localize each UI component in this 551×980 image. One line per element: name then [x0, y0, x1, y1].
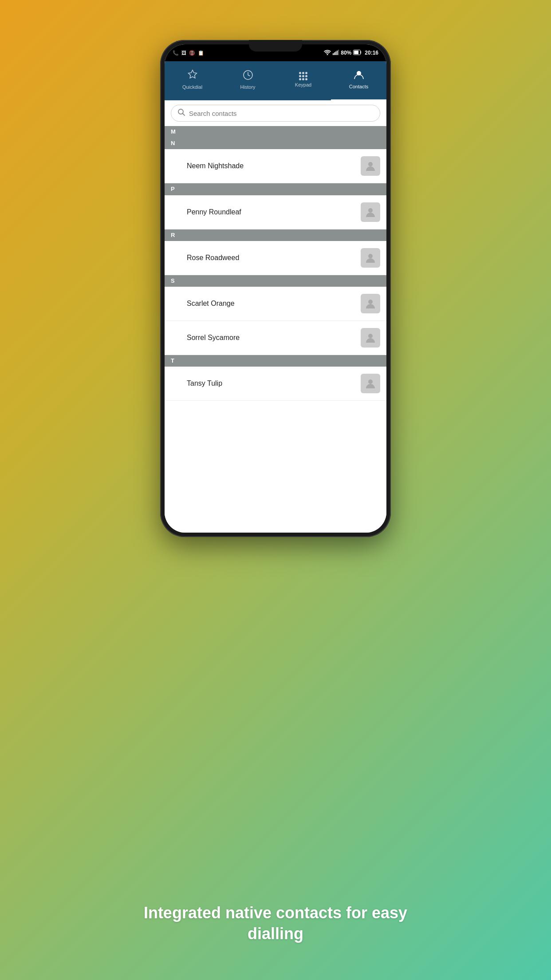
- svg-rect-3: [337, 51, 338, 55]
- svg-point-16: [368, 379, 373, 384]
- search-icon: [177, 108, 185, 118]
- avatar: [361, 248, 380, 268]
- contact-name: Penny Roundleaf: [187, 208, 241, 216]
- contact-name: Scarlet Orange: [187, 300, 235, 308]
- list-item[interactable]: Neem Nightshade: [165, 149, 386, 183]
- tab-keypad[interactable]: Keypad: [276, 61, 331, 100]
- clipboard-status-icon: 📋: [198, 50, 204, 56]
- phone-screen: 📞 🖼 📵 📋: [165, 44, 386, 533]
- svg-rect-1: [334, 52, 335, 55]
- section-header-r: R: [165, 229, 386, 241]
- svg-point-13: [368, 254, 373, 258]
- svg-point-15: [368, 334, 373, 338]
- svg-rect-6: [354, 51, 358, 54]
- clock-icon: [242, 69, 254, 83]
- search-bar: [165, 100, 386, 126]
- status-bar-right: 80% 20:16: [324, 50, 378, 56]
- list-item[interactable]: Scarlet Orange: [165, 287, 386, 321]
- svg-rect-4: [338, 50, 339, 55]
- keypad-icon: [299, 72, 307, 80]
- list-item[interactable]: Penny Roundleaf: [165, 195, 386, 229]
- tagline: Integrated native contacts for easy dial…: [0, 903, 551, 944]
- contact-name: Sorrel Sycamore: [187, 334, 240, 342]
- tab-quickdial[interactable]: Quickdial: [165, 61, 220, 100]
- list-item[interactable]: Rose Roadweed: [165, 241, 386, 275]
- section-header-t: T: [165, 355, 386, 367]
- tagline-text: Integrated native contacts for easy dial…: [144, 904, 407, 943]
- phone-frame: 📞 🖼 📵 📋: [160, 40, 391, 537]
- status-bar-left: 📞 🖼 📵 📋: [173, 50, 204, 56]
- avatar: [361, 156, 380, 176]
- tab-keypad-label: Keypad: [295, 82, 311, 87]
- tab-history-label: History: [240, 84, 255, 90]
- battery-icon: [353, 50, 362, 56]
- tab-contacts[interactable]: Contacts: [331, 61, 386, 100]
- svg-rect-2: [335, 51, 336, 55]
- notch: [249, 40, 302, 51]
- avatar: [361, 202, 380, 222]
- search-input-wrapper[interactable]: [171, 105, 380, 122]
- contact-name: Tansy Tulip: [187, 379, 222, 387]
- section-header-m: M: [165, 126, 386, 138]
- wifi-icon: [324, 50, 331, 56]
- contact-list: M N Neem Nightshade P Penny Roundleaf: [165, 126, 386, 533]
- svg-rect-0: [333, 53, 334, 55]
- avatar: [361, 294, 380, 313]
- section-header-p: P: [165, 183, 386, 195]
- tab-quickdial-label: Quickdial: [182, 84, 202, 90]
- search-input[interactable]: [189, 110, 374, 117]
- contact-name: Neem Nightshade: [187, 162, 244, 170]
- image-status-icon: 🖼: [181, 50, 186, 55]
- section-header-s: S: [165, 275, 386, 287]
- contacts-person-icon: [353, 69, 365, 82]
- call-status-icon: 📵: [189, 50, 195, 56]
- time-display: 20:16: [365, 50, 378, 56]
- avatar: [361, 374, 380, 393]
- signal-icon: [333, 50, 339, 56]
- contact-name: Rose Roadweed: [187, 254, 239, 262]
- svg-point-12: [368, 208, 373, 213]
- phone-status-icon: 📞: [173, 50, 179, 56]
- list-item[interactable]: Tansy Tulip: [165, 367, 386, 401]
- avatar: [361, 328, 380, 348]
- svg-point-14: [368, 300, 373, 304]
- tab-contacts-label: Contacts: [349, 84, 368, 89]
- svg-line-10: [183, 114, 185, 116]
- star-icon: [187, 69, 198, 83]
- list-item[interactable]: Sorrel Sycamore: [165, 321, 386, 355]
- tab-history[interactable]: History: [220, 61, 276, 100]
- svg-point-11: [368, 162, 373, 166]
- battery-text: 80%: [341, 50, 351, 56]
- app-header: Quickdial History: [165, 61, 386, 100]
- section-header-n: N: [165, 138, 386, 149]
